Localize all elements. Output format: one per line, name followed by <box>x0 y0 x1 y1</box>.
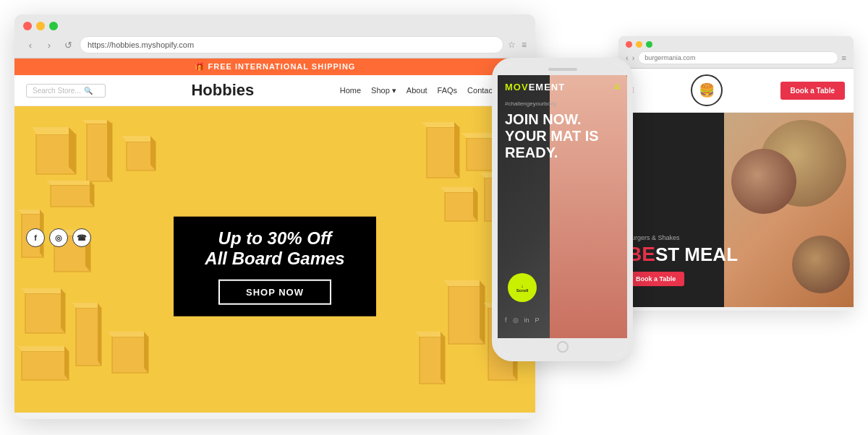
right-maximize-icon[interactable] <box>646 41 652 48</box>
svg-rect-36 <box>112 337 148 373</box>
nav-contact[interactable]: Contact <box>467 86 495 95</box>
phone-social-bar: f ◎ in P <box>505 316 540 324</box>
nav-about[interactable]: About <box>407 86 427 95</box>
right-back-button[interactable]: ‹ <box>626 53 629 62</box>
food-plate-3 <box>731 149 796 214</box>
svg-marker-2 <box>69 127 76 174</box>
svg-rect-39 <box>22 351 69 380</box>
svg-marker-43 <box>443 280 485 286</box>
maximize-icon[interactable] <box>49 22 58 30</box>
phone-headline-3: READY. <box>505 145 599 161</box>
site-content: 🎁 FREE INTERNATIONAL SHIPPING Search Sto… <box>14 59 535 413</box>
phone-logo: MOVEMENT <box>505 82 565 92</box>
forward-button[interactable]: › <box>42 38 56 52</box>
social-icons: f ◎ ☎ <box>26 228 91 247</box>
site-nav: Search Store... 🔍 Hobbies Home Shop ▾ Ab… <box>14 75 535 106</box>
search-input[interactable]: Search Store... <box>33 87 81 95</box>
svg-marker-29 <box>473 187 477 221</box>
right-forward-button[interactable]: › <box>632 53 635 62</box>
shop-now-button[interactable]: SHOP NOW <box>218 280 331 305</box>
shipping-banner: 🎁 FREE INTERNATIONAL SHIPPING <box>14 59 535 75</box>
svg-marker-41 <box>64 346 69 380</box>
right-book-table-button[interactable]: Book a Table <box>627 272 684 286</box>
phone-home-circle <box>557 341 569 353</box>
burger-logo: 🍔 <box>691 74 723 106</box>
browser-actions: ☆ ≡ <box>508 40 527 50</box>
phone-top-bar <box>498 64 627 75</box>
svg-marker-5 <box>107 120 112 181</box>
svg-rect-6 <box>127 142 156 171</box>
svg-marker-32 <box>61 288 65 333</box>
svg-rect-18 <box>427 127 459 178</box>
phone-speaker <box>548 68 577 71</box>
nav-links: Home Shop ▾ About FAQs Contact <box>340 86 495 95</box>
nav-faqs[interactable]: FAQs <box>438 86 458 95</box>
phone-linkedin-icon[interactable]: in <box>524 316 529 324</box>
phone-home-button[interactable] <box>498 338 627 356</box>
site-logo: Hobbies <box>113 81 333 100</box>
right-hero-text: Burgers & Shakes BEST MEAL <box>627 234 738 264</box>
star-icon[interactable]: ☆ <box>508 40 516 50</box>
right-window-controls <box>626 41 846 48</box>
refresh-button[interactable]: ↺ <box>61 38 75 52</box>
search-box[interactable]: Search Store... 🔍 <box>26 84 106 98</box>
svg-marker-31 <box>21 288 65 293</box>
svg-marker-40 <box>17 346 69 351</box>
nav-shop[interactable]: Shop ▾ <box>371 86 396 95</box>
whatsapp-icon[interactable]: ☎ <box>72 228 91 247</box>
svg-marker-35 <box>98 303 101 366</box>
phone-menu-icon[interactable]: ≡ <box>614 81 620 92</box>
right-address-bar[interactable]: burgermania.com <box>638 51 838 64</box>
hero-title: Up to 30% Off All Board Games <box>194 228 356 270</box>
minimize-icon[interactable] <box>36 22 45 30</box>
right-close-icon[interactable] <box>626 41 632 48</box>
right-menu-icon[interactable]: ≡ <box>842 53 846 62</box>
phone-facebook-icon[interactable]: f <box>505 316 507 324</box>
instagram-icon[interactable]: ◎ <box>49 228 68 247</box>
phone-headline-1: JOIN NOW. <box>505 111 599 128</box>
phone-instagram-icon[interactable]: ◎ <box>513 316 519 324</box>
svg-rect-0 <box>36 134 76 174</box>
right-main-text-rest: ST MEAL <box>655 244 738 265</box>
svg-marker-34 <box>72 303 101 308</box>
phone-pinterest-icon[interactable]: P <box>535 316 540 324</box>
close-icon[interactable] <box>23 22 32 30</box>
svg-marker-37 <box>108 332 148 337</box>
search-icon: 🔍 <box>84 87 93 95</box>
right-main-text: BEST MEAL <box>627 244 738 264</box>
phone-device: MOVEMENT ≡ #challengeyourbody JOIN NOW. … <box>492 58 633 361</box>
right-browser-chrome: ‹ › burgermania.com ≡ <box>618 36 854 69</box>
right-minimize-icon[interactable] <box>636 41 642 48</box>
svg-rect-27 <box>445 192 477 221</box>
svg-rect-30 <box>25 293 65 333</box>
right-site-nav: ≡ 🍔 Book a Table <box>618 69 854 113</box>
svg-rect-48 <box>420 337 445 384</box>
svg-rect-33 <box>76 308 101 366</box>
phone-nav: MOVEMENT ≡ <box>498 75 627 98</box>
hero-title-line1: Up to 30% Off <box>194 228 356 249</box>
svg-marker-8 <box>150 136 156 171</box>
menu-icon[interactable]: ≡ <box>522 40 527 50</box>
facebook-icon[interactable]: f <box>26 228 45 247</box>
right-hero-food-bg <box>724 113 854 307</box>
address-bar[interactable]: https://hobbies.myshopify.com <box>80 36 503 53</box>
phone-scroll-button[interactable]: ↓ Scroll <box>508 273 537 302</box>
hero-area: f ◎ ☎ Up to 30% Off All Board Games SHOP… <box>14 120 535 413</box>
scroll-label: Scroll <box>516 288 529 293</box>
svg-marker-7 <box>122 136 156 142</box>
svg-marker-49 <box>415 332 445 337</box>
nav-home[interactable]: Home <box>340 86 361 95</box>
browser-toolbar: ‹ › ↺ https://hobbies.myshopify.com ☆ ≡ <box>23 36 527 53</box>
browser-chrome: ‹ › ↺ https://hobbies.myshopify.com ☆ ≡ <box>14 14 535 59</box>
svg-rect-42 <box>448 286 485 344</box>
hero-title-line2: All Board Games <box>194 249 356 270</box>
back-button[interactable]: ‹ <box>23 38 38 52</box>
right-browser: ‹ › burgermania.com ≡ ≡ 🍔 Book a Table <box>618 36 854 311</box>
book-table-button[interactable]: Book a Table <box>780 82 846 100</box>
scroll-arrow-icon: ↓ <box>521 283 524 288</box>
phone-content: MOVEMENT ≡ #challengeyourbody JOIN NOW. … <box>498 75 627 338</box>
right-browser-toolbar: ‹ › burgermania.com ≡ <box>626 51 846 64</box>
svg-marker-28 <box>441 187 477 192</box>
phone-hashtag: #challengeyourbody <box>505 100 557 107</box>
right-hero: Burgers & Shakes BEST MEAL Book a Table <box>618 113 854 307</box>
